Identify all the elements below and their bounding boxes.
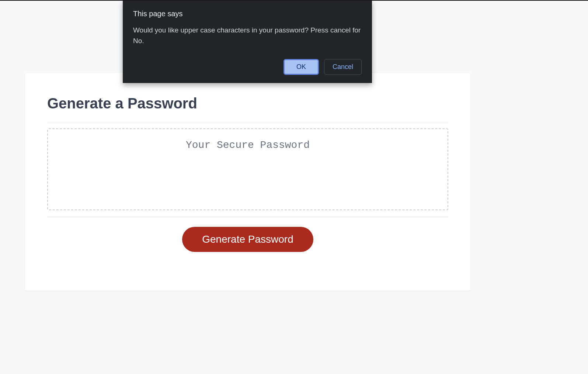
confirm-dialog: This page says Would you like upper case… (123, 1, 372, 83)
dialog-cancel-button[interactable]: Cancel (324, 59, 362, 75)
dialog-title: This page says (133, 10, 362, 18)
divider-bottom (47, 217, 448, 217)
card-title: Generate a Password (47, 95, 448, 112)
dialog-ok-button[interactable]: OK (283, 59, 319, 75)
dialog-actions: OK Cancel (133, 59, 362, 75)
password-generator-card: Generate a Password Generate Password (25, 73, 470, 291)
divider-top (47, 123, 448, 123)
dialog-message: Would you like upper case characters in … (133, 25, 362, 55)
button-row: Generate Password (47, 227, 448, 252)
password-output[interactable] (47, 128, 448, 210)
generate-password-button[interactable]: Generate Password (182, 227, 313, 252)
